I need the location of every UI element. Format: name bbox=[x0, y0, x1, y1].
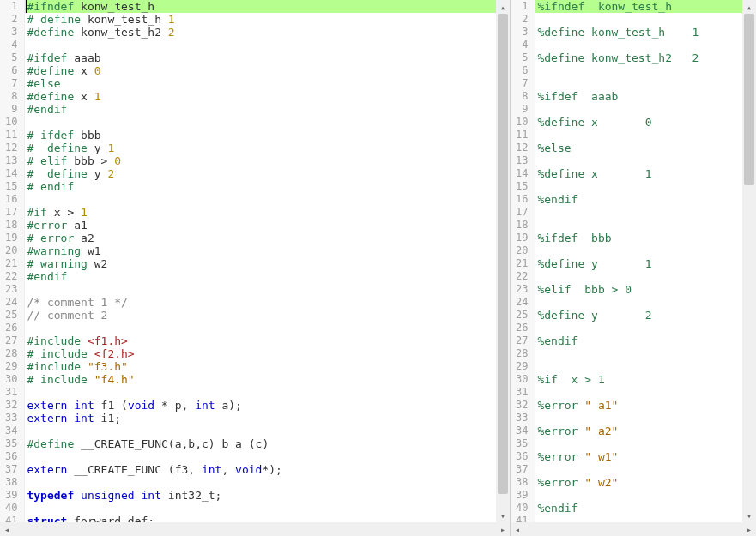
code-line[interactable] bbox=[25, 476, 510, 489]
code-line[interactable]: #if x > 1 bbox=[25, 206, 510, 219]
code-line[interactable]: #ifdef aaab bbox=[25, 51, 510, 64]
code-line[interactable]: %define konw_test_h2 2 bbox=[535, 51, 756, 64]
scroll-down-icon[interactable]: ▾ bbox=[742, 509, 756, 522]
code-line[interactable] bbox=[535, 206, 756, 219]
code-line[interactable] bbox=[535, 13, 756, 26]
code-line[interactable]: #define x 0 bbox=[25, 64, 510, 77]
code-line[interactable]: #define __CREATE_FUNC(a,b,c) b a (c) bbox=[25, 437, 510, 450]
code-line[interactable]: %endif bbox=[535, 334, 756, 347]
code-line[interactable]: %ifdef aaab bbox=[535, 90, 756, 103]
code-line[interactable] bbox=[25, 386, 510, 399]
scroll-left-icon[interactable]: ◂ bbox=[511, 522, 524, 536]
code-line[interactable]: #define konw_test_h2 2 bbox=[25, 26, 510, 39]
code-line[interactable] bbox=[535, 386, 756, 399]
code-line[interactable]: #error a1 bbox=[25, 219, 510, 232]
code-line[interactable]: # error a2 bbox=[25, 232, 510, 244]
code-line[interactable] bbox=[535, 64, 756, 77]
left-editor[interactable]: 1234567891011121314151617181920212223242… bbox=[0, 0, 510, 536]
code-line[interactable]: %define y 1 bbox=[535, 257, 756, 270]
right-scrollbar-thumb[interactable] bbox=[744, 14, 754, 185]
code-line[interactable] bbox=[25, 193, 510, 206]
code-line[interactable] bbox=[535, 296, 756, 309]
scroll-down-icon[interactable]: ▾ bbox=[496, 509, 510, 522]
code-line[interactable] bbox=[535, 322, 756, 334]
code-line[interactable]: #warning w1 bbox=[25, 244, 510, 257]
token-id: x bbox=[81, 64, 94, 77]
code-line[interactable] bbox=[535, 219, 756, 232]
code-line[interactable]: %endif bbox=[535, 193, 756, 206]
code-line[interactable]: # include "f4.h" bbox=[25, 373, 510, 386]
code-line[interactable] bbox=[535, 463, 756, 476]
code-line[interactable]: %define x 1 bbox=[535, 167, 756, 180]
code-line[interactable]: extern int f1 (void * p, int a); bbox=[25, 399, 510, 412]
code-line[interactable] bbox=[535, 360, 756, 373]
right-editor[interactable]: 1234567891011121314151617181920212223242… bbox=[511, 0, 756, 536]
code-line[interactable] bbox=[535, 154, 756, 167]
code-line[interactable] bbox=[25, 425, 510, 437]
code-line[interactable]: # warning w2 bbox=[25, 257, 510, 270]
code-line[interactable] bbox=[25, 322, 510, 334]
code-line[interactable]: %define x 0 bbox=[535, 116, 756, 129]
code-line[interactable]: %if x > 1 bbox=[535, 373, 756, 386]
code-line[interactable]: %elif bbb > 0 bbox=[535, 283, 756, 296]
code-line[interactable]: #define x 1 bbox=[25, 90, 510, 103]
code-line[interactable]: # include <f2.h> bbox=[25, 347, 510, 360]
scroll-left-icon[interactable]: ◂ bbox=[0, 522, 14, 536]
code-line[interactable]: %error " w1" bbox=[535, 450, 756, 463]
code-line[interactable]: # define y 1 bbox=[25, 142, 510, 154]
code-line[interactable] bbox=[25, 116, 510, 129]
code-line[interactable]: typedef unsigned int int32_t; bbox=[25, 489, 510, 502]
code-line[interactable]: %error " a1" bbox=[535, 399, 756, 412]
scroll-up-icon[interactable]: ▴ bbox=[742, 0, 756, 14]
code-line[interactable]: #include <f1.h> bbox=[25, 334, 510, 347]
left-vertical-scrollbar[interactable]: ▴ ▾ bbox=[496, 0, 510, 522]
code-line[interactable] bbox=[535, 347, 756, 360]
code-line[interactable] bbox=[25, 283, 510, 296]
code-line[interactable]: %error " w2" bbox=[535, 476, 756, 489]
code-line[interactable]: # define konw_test_h 1 bbox=[25, 13, 510, 26]
code-line[interactable] bbox=[535, 129, 756, 142]
code-line[interactable] bbox=[535, 412, 756, 425]
code-line[interactable]: %ifndef konw_test_h bbox=[535, 0, 756, 13]
code-line[interactable] bbox=[535, 39, 756, 51]
code-line[interactable] bbox=[535, 244, 756, 257]
code-line[interactable] bbox=[535, 103, 756, 116]
code-line[interactable]: %endif bbox=[535, 502, 756, 515]
token-pp: # define bbox=[27, 167, 94, 180]
code-line[interactable]: # ifdef bbb bbox=[25, 129, 510, 142]
code-line[interactable]: #include "f3.h" bbox=[25, 360, 510, 373]
code-line[interactable]: # define y 2 bbox=[25, 167, 510, 180]
code-line[interactable]: extern int i1; bbox=[25, 412, 510, 425]
code-line[interactable] bbox=[535, 180, 756, 193]
code-line[interactable]: %define konw_test_h 1 bbox=[535, 26, 756, 39]
left-scrollbar-thumb[interactable] bbox=[498, 14, 508, 494]
right-horizontal-scrollbar[interactable]: ◂ ▸ bbox=[511, 522, 756, 536]
code-line[interactable] bbox=[25, 502, 510, 515]
code-line[interactable]: # elif bbb > 0 bbox=[25, 154, 510, 167]
code-line[interactable]: // comment 2 bbox=[25, 309, 510, 322]
code-line[interactable] bbox=[535, 270, 756, 283]
code-line[interactable]: extern __CREATE_FUNC (f3, int, void*); bbox=[25, 463, 510, 476]
code-line[interactable] bbox=[535, 77, 756, 90]
scroll-right-icon[interactable]: ▸ bbox=[742, 522, 756, 536]
right-code-area[interactable]: %ifndef konw_test_h%define konw_test_h 1… bbox=[535, 0, 756, 536]
left-horizontal-scrollbar[interactable]: ◂ ▸ bbox=[0, 522, 510, 536]
code-line[interactable]: #endif bbox=[25, 103, 510, 116]
code-line[interactable] bbox=[25, 450, 510, 463]
code-line[interactable]: %error " a2" bbox=[535, 425, 756, 437]
code-line[interactable]: %ifdef bbb bbox=[535, 232, 756, 244]
scroll-right-icon[interactable]: ▸ bbox=[496, 522, 510, 536]
code-line[interactable]: #ifndef konw_test_h bbox=[25, 0, 510, 13]
code-line[interactable]: %else bbox=[535, 142, 756, 154]
code-line[interactable]: %define y 2 bbox=[535, 309, 756, 322]
code-line[interactable]: #else bbox=[25, 77, 510, 90]
code-line[interactable] bbox=[535, 437, 756, 450]
code-line[interactable]: /* comment 1 */ bbox=[25, 296, 510, 309]
code-line[interactable]: #endif bbox=[25, 270, 510, 283]
code-line[interactable] bbox=[25, 39, 510, 51]
right-vertical-scrollbar[interactable]: ▴ ▾ bbox=[742, 0, 756, 522]
code-line[interactable]: # endif bbox=[25, 180, 510, 193]
left-code-area[interactable]: #ifndef konw_test_h# define konw_test_h … bbox=[25, 0, 510, 536]
code-line[interactable] bbox=[535, 489, 756, 502]
scroll-up-icon[interactable]: ▴ bbox=[496, 0, 510, 14]
